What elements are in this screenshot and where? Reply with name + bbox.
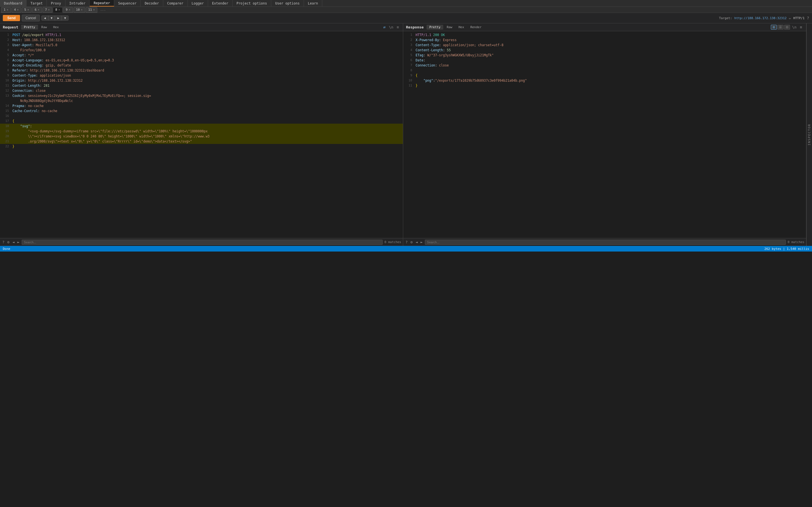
- req-line-12: 12 Connection: close: [0, 88, 403, 93]
- req-line-2: 2 Host: 188.166.172.138:32312: [0, 38, 403, 43]
- view-grid-icon[interactable]: ⊞: [771, 25, 777, 30]
- close-tab-8[interactable]: ×: [58, 8, 60, 11]
- nav-dropdown[interactable]: ▼: [49, 16, 55, 20]
- response-menu-icon[interactable]: ≡: [799, 24, 803, 30]
- status-left: Done: [3, 247, 10, 251]
- req-line-13-cont: NcNyJNDU88Qgdj0uJtY0DqaNclc: [0, 98, 403, 103]
- toolbar: Send Cancel ◄ ▼ ► ▼ Target: http://188.1…: [0, 13, 812, 23]
- resp-line-5: 5 ETag: W/"37-srg3yshWGKXW5/UBvyjJi21MgT…: [403, 53, 806, 58]
- response-newline-icon[interactable]: \n: [791, 24, 798, 30]
- resp-line-9: 9 {: [403, 73, 806, 78]
- repeater-tab-5[interactable]: 5 ×: [22, 7, 32, 13]
- target-info: Target: http://188.166.172.138:32312 ✏ H…: [719, 16, 809, 20]
- response-help-icon[interactable]: ?: [405, 239, 408, 245]
- nav-dashboard[interactable]: Dashboard: [0, 0, 27, 6]
- response-panel: Response Pretty Raw Hex Render ⊞ ☰ ⊟ \n …: [403, 23, 806, 246]
- http-version[interactable]: HTTP/1: [794, 16, 805, 20]
- close-tab-10[interactable]: ×: [81, 8, 83, 11]
- repeater-tab-7[interactable]: 7 ×: [43, 7, 52, 13]
- close-tab-7[interactable]: ×: [48, 8, 50, 11]
- close-tab-4[interactable]: ×: [17, 8, 18, 11]
- req-line-4: 4 Firefox/100.0: [0, 48, 403, 53]
- inspector-label: INSPECTOR: [808, 124, 811, 146]
- repeater-tab-4[interactable]: 4 ×: [11, 7, 21, 13]
- response-search-input[interactable]: [425, 240, 786, 245]
- close-tab-6[interactable]: ×: [38, 8, 40, 11]
- repeater-tab-6[interactable]: 6 ×: [32, 7, 42, 13]
- response-prev-match-icon[interactable]: ◄: [415, 239, 418, 245]
- repeater-tab-10[interactable]: 10 ×: [73, 7, 85, 13]
- request-actions: ⇄ \n ≡: [382, 24, 400, 30]
- resp-line-4: 4 Content-Length: 55: [403, 48, 806, 53]
- req-line-14: 14 Pragma: no-cache: [0, 103, 403, 108]
- nav-intruder[interactable]: Intruder: [65, 0, 90, 6]
- req-line-8: 8 Referer: http://188.166.172.138:32312/…: [0, 68, 403, 73]
- main-area: Request Pretty Raw Hex ⇄ \n ≡ 1 POST /ap…: [0, 23, 812, 246]
- response-tab-raw[interactable]: Raw: [444, 25, 455, 30]
- response-tab-hex[interactable]: Hex: [456, 25, 467, 30]
- more-tabs[interactable]: ...: [98, 8, 108, 11]
- resp-line-3: 3 Content-Type: application/json; charse…: [403, 43, 806, 48]
- nav-project-options[interactable]: Project options: [233, 0, 271, 6]
- request-wrap-icon[interactable]: ⇄: [382, 24, 387, 30]
- request-newline-icon[interactable]: \n: [388, 24, 395, 30]
- repeater-tab-9[interactable]: 9 ×: [63, 7, 73, 13]
- nav-learn[interactable]: Learn: [304, 0, 322, 6]
- repeater-tab-8[interactable]: 8 ×: [53, 7, 63, 13]
- response-tabs: Pretty Raw Hex Render: [426, 25, 485, 30]
- response-tab-pretty[interactable]: Pretty: [426, 25, 444, 30]
- close-tab-9[interactable]: ×: [69, 8, 70, 11]
- nav-comparer[interactable]: Comparer: [163, 0, 188, 6]
- request-menu-icon[interactable]: ≡: [396, 24, 400, 30]
- close-tab-1[interactable]: ×: [7, 8, 8, 11]
- edit-target-icon[interactable]: ✏: [789, 16, 791, 20]
- nav-buttons: ◄ ▼ ► ▼: [42, 15, 69, 20]
- view-columns-icon[interactable]: ⊟: [784, 25, 790, 30]
- target-label: Target:: [719, 16, 732, 20]
- target-url: http://188.166.172.138:32312: [734, 16, 786, 20]
- response-view-toggle: ⊞ ☰ ⊟: [771, 25, 790, 30]
- response-title: Response: [406, 25, 424, 29]
- cancel-button[interactable]: Cancel: [22, 15, 40, 21]
- next-dropdown[interactable]: ▼: [62, 16, 68, 20]
- nav-extender[interactable]: Extender: [208, 0, 233, 6]
- req-line-17: 17 {: [0, 119, 403, 124]
- request-next-match-icon[interactable]: ►: [17, 239, 20, 245]
- request-search-input[interactable]: [22, 240, 383, 245]
- response-matches-count: 0 matches: [788, 240, 804, 244]
- response-tab-render[interactable]: Render: [467, 25, 485, 30]
- req-line-1: 1 POST /api/export HTTP/1.1: [0, 33, 403, 38]
- request-tab-pretty[interactable]: Pretty: [21, 25, 38, 30]
- response-next-match-icon[interactable]: ►: [420, 239, 423, 245]
- request-panel-header: Request Pretty Raw Hex ⇄ \n ≡: [0, 23, 403, 31]
- nav-repeater[interactable]: Repeater: [90, 0, 114, 6]
- request-tab-hex[interactable]: Hex: [50, 25, 61, 30]
- nav-user-options[interactable]: User options: [271, 0, 304, 6]
- request-matches-count: 0 matches: [384, 240, 401, 244]
- close-tab-11[interactable]: ×: [93, 8, 95, 11]
- resp-line-7: 7 Connection: close: [403, 63, 806, 68]
- repeater-tab-11[interactable]: 11 ×: [86, 7, 97, 13]
- nav-proxy[interactable]: Proxy: [47, 0, 65, 6]
- request-prev-match-icon[interactable]: ◄: [12, 239, 15, 245]
- nav-sequencer[interactable]: Sequencer: [114, 0, 141, 6]
- request-help-icon[interactable]: ?: [2, 239, 5, 245]
- request-tabs: Pretty Raw Hex: [21, 25, 62, 30]
- next-button[interactable]: ►: [55, 16, 62, 20]
- req-line-18: 18 "svg":: [0, 124, 403, 129]
- response-settings-icon[interactable]: ⚙: [410, 239, 413, 245]
- nav-logger[interactable]: Logger: [188, 0, 208, 6]
- request-settings-icon[interactable]: ⚙: [7, 239, 10, 245]
- view-list-icon[interactable]: ☰: [777, 25, 783, 30]
- help-icon[interactable]: ?: [807, 16, 809, 20]
- nav-target[interactable]: Target: [27, 0, 47, 6]
- response-panel-header: Response Pretty Raw Hex Render ⊞ ☰ ⊟ \n …: [403, 23, 806, 31]
- prev-button[interactable]: ◄: [42, 16, 49, 20]
- nav-decoder[interactable]: Decoder: [141, 0, 163, 6]
- req-line-16: 16: [0, 114, 403, 119]
- send-button[interactable]: Send: [3, 15, 20, 21]
- req-line-11: 11 Content-Length: 281: [0, 83, 403, 88]
- close-tab-5[interactable]: ×: [28, 8, 29, 11]
- repeater-tab-1[interactable]: 1 ×: [1, 7, 11, 13]
- request-tab-raw[interactable]: Raw: [39, 25, 50, 30]
